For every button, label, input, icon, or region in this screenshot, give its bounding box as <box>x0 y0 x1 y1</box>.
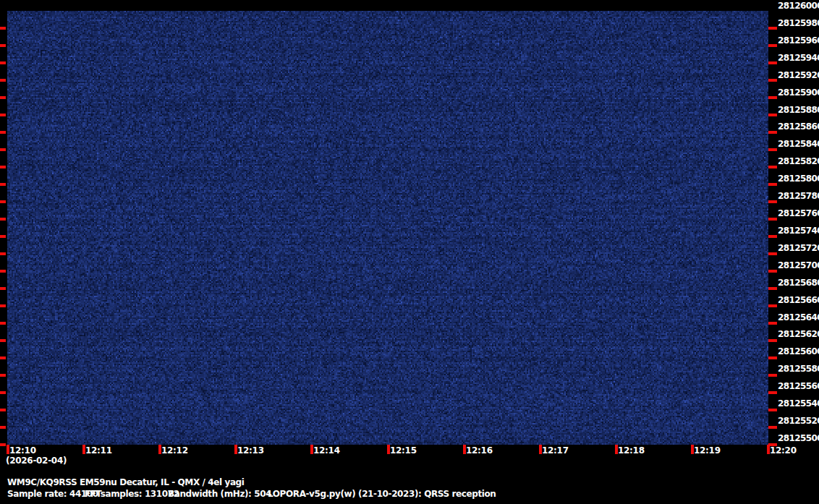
frequency-tick-left <box>0 61 6 64</box>
time-tick-label: 12:13 <box>237 446 264 455</box>
frequency-tick-right <box>768 322 777 325</box>
frequency-tick-left <box>0 374 6 377</box>
frequency-tick-label: 28125820 <box>778 157 819 166</box>
frequency-tick-right <box>768 391 777 394</box>
fft-samples-label: FFTsamples: 131072 <box>85 490 179 499</box>
time-tick-label: 12:10 <box>9 446 36 455</box>
frequency-tick-right <box>768 183 777 186</box>
frequency-tick-label: 28125960 <box>778 36 819 45</box>
frequency-tick-right <box>768 426 777 429</box>
frequency-tick-label: 28125900 <box>778 88 819 97</box>
time-tick-label: 12:15 <box>390 446 417 455</box>
frequency-tick-right <box>768 252 777 255</box>
time-tick-label: 12:11 <box>85 446 112 455</box>
frequency-tick-label: 28125500 <box>778 434 819 443</box>
time-tick-label: 12:17 <box>542 446 569 455</box>
frequency-tick-label: 28125660 <box>778 296 819 304</box>
frequency-tick-label: 28125780 <box>778 192 819 200</box>
frequency-tick-right <box>768 218 777 221</box>
frequency-tick-label: 28125640 <box>778 313 819 322</box>
frequency-tick-left <box>0 166 6 168</box>
frequency-tick-label: 28125840 <box>778 140 819 148</box>
frequency-tick-right <box>768 44 777 47</box>
frequency-tick-left <box>0 252 6 255</box>
frequency-tick-label: 28125720 <box>778 244 819 252</box>
frequency-tick-right <box>768 356 777 359</box>
frequency-tick-left <box>0 339 6 342</box>
frequency-tick-label: 28125940 <box>778 54 819 62</box>
frequency-tick-left <box>0 79 6 82</box>
frequency-tick-right <box>768 235 777 238</box>
frequency-tick-left <box>0 443 6 446</box>
software-version-label: LOPORA-v5g.py(w) (21-10-2023): QRSS rece… <box>268 490 496 499</box>
frequency-tick-left <box>0 270 6 273</box>
frequency-tick-right <box>768 200 777 203</box>
date-label: (2026-02-04) <box>6 456 67 466</box>
frequency-tick-label: 28125740 <box>778 226 819 235</box>
frequency-tick-left <box>0 356 6 359</box>
frequency-tick-left <box>0 183 6 186</box>
frequency-tick-right <box>768 374 777 377</box>
frequency-tick-left <box>0 218 6 221</box>
frequency-tick-right <box>768 131 777 134</box>
frequency-tick-label: 28125700 <box>778 261 819 270</box>
frequency-tick-left <box>0 114 6 116</box>
frequency-tick-label: 28125540 <box>778 399 819 408</box>
frequency-tick-label: 28125880 <box>778 106 819 114</box>
frequency-tick-left <box>0 304 6 307</box>
frequency-tick-label: 28125580 <box>778 364 819 373</box>
frequency-tick-right <box>768 287 777 290</box>
bandwidth-label: Bandwidth (mHz): 504 <box>168 490 271 499</box>
frequency-tick-right <box>768 148 777 151</box>
frequency-tick-left <box>0 235 6 238</box>
frequency-tick-right <box>768 339 777 342</box>
frequency-tick-left <box>0 426 6 429</box>
frequency-tick-label: 28125620 <box>778 330 819 338</box>
frequency-tick-label: 28125680 <box>778 278 819 287</box>
time-tick-label: 12:18 <box>618 446 645 455</box>
frequency-tick-left <box>0 322 6 325</box>
frequency-tick-label: 28125600 <box>778 347 819 356</box>
spectrogram-waterfall <box>7 11 768 445</box>
frequency-tick-right <box>768 409 777 411</box>
frequency-tick-right <box>768 114 777 116</box>
frequency-tick-label: 28125760 <box>778 209 819 218</box>
frequency-tick-left <box>0 148 6 151</box>
time-tick-label: 12:20 <box>770 446 797 455</box>
frequency-tick-left <box>0 200 6 203</box>
frequency-tick-label: 28125860 <box>778 122 819 131</box>
frequency-tick-right <box>768 270 777 273</box>
time-tick-label: 12:14 <box>313 446 340 455</box>
time-tick-label: 12:12 <box>161 446 188 455</box>
frequency-tick-right <box>768 304 777 307</box>
qrss-grabber-window: 2812600028125980281259602812594028125920… <box>0 0 819 504</box>
frequency-tick-label: 28125980 <box>778 19 819 27</box>
frequency-tick-left <box>0 44 6 47</box>
time-tick-label: 12:16 <box>466 446 493 455</box>
frequency-tick-right <box>768 27 777 30</box>
frequency-tick-right <box>768 61 777 64</box>
frequency-tick-left <box>0 391 6 394</box>
frequency-tick-left <box>0 409 6 411</box>
frequency-tick-right <box>768 166 777 168</box>
frequency-tick-left <box>0 287 6 290</box>
frequency-tick-left <box>0 27 6 30</box>
time-tick-label: 12:19 <box>694 446 721 455</box>
frequency-tick-label: 28125520 <box>778 417 819 425</box>
frequency-tick-label: 28125560 <box>778 382 819 390</box>
frequency-tick-left <box>0 131 6 134</box>
frequency-tick-label: 28125800 <box>778 174 819 183</box>
frequency-tick-label: 28125920 <box>778 71 819 80</box>
frequency-tick-left <box>0 96 6 99</box>
station-info-line: WM9C/KQ9RSS EM59nu Decatur, IL - QMX / 4… <box>7 478 245 487</box>
frequency-tick-right <box>768 79 777 82</box>
frequency-tick-label: 28126000 <box>778 1 819 10</box>
frequency-tick-right <box>768 96 777 99</box>
